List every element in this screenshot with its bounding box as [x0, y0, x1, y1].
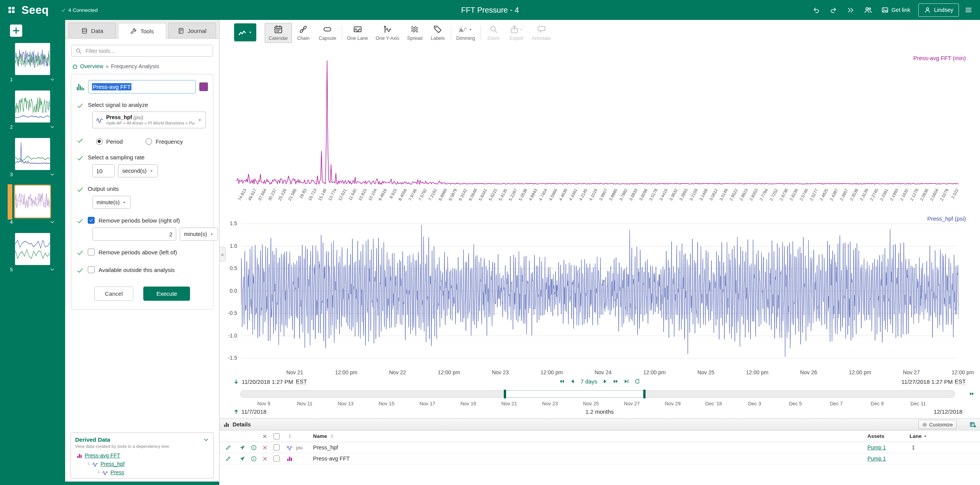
- collapse-derived-icon[interactable]: [203, 437, 209, 443]
- worksheet-menu-chevron-icon[interactable]: [49, 124, 55, 130]
- tab-journal[interactable]: Journal: [168, 23, 216, 38]
- undo-button[interactable]: [809, 2, 824, 18]
- period-radio[interactable]: Period: [96, 137, 123, 146]
- redo-button[interactable]: [826, 2, 841, 18]
- worksheet-menu-chevron-icon[interactable]: [49, 77, 55, 82]
- worksheet-preview[interactable]: [15, 43, 50, 75]
- toolbar-capsule-button[interactable]: Capsule: [315, 23, 340, 43]
- collapse-tools-handle[interactable]: «: [220, 247, 226, 261]
- pan-forward-button[interactable]: [602, 378, 608, 384]
- worksheet-preview[interactable]: [15, 233, 50, 265]
- user-menu-button[interactable]: Lindsey: [918, 3, 959, 17]
- sort-icon[interactable]: [287, 434, 292, 439]
- derived-tree-item[interactable]: └Press: [75, 468, 209, 477]
- toolbar-one-lane-button[interactable]: One Lane: [343, 23, 372, 43]
- item-info-icon[interactable]: [251, 445, 257, 451]
- derived-item-link[interactable]: Press-avg FFT: [85, 452, 120, 459]
- sampling-rate-input[interactable]: [92, 164, 115, 177]
- select-item-checkbox[interactable]: [274, 444, 280, 451]
- asset-link[interactable]: Pump 1: [867, 456, 886, 462]
- color-swatch-button[interactable]: [199, 82, 208, 91]
- breadcrumb-overview[interactable]: Overview: [80, 63, 103, 69]
- worksheet-preview[interactable]: [15, 90, 50, 123]
- worksheet-item-1[interactable]: 1: [0, 43, 65, 82]
- details-row[interactable]: Press-avg FFTPump 1: [220, 453, 980, 464]
- details-row[interactable]: psiPress_hpfPump 11: [220, 442, 980, 453]
- worksheet-menu-chevron-icon[interactable]: [49, 219, 55, 225]
- available-outside-checkbox-row[interactable]: Available outside this analysis: [88, 266, 208, 273]
- name-column-header[interactable]: Name: [313, 433, 327, 439]
- cancel-button[interactable]: Cancel: [94, 287, 134, 301]
- users-button[interactable]: [860, 2, 876, 18]
- derived-tree-item[interactable]: Press-avg FFT: [75, 451, 209, 460]
- toolbar-chain-button[interactable]: Chain: [292, 23, 315, 43]
- customize-button[interactable]: Customize: [918, 420, 957, 429]
- toolbar-spread-button[interactable]: Spread: [403, 23, 426, 43]
- get-link-button[interactable]: Get link: [878, 3, 914, 17]
- checked-checkbox-icon[interactable]: [88, 217, 95, 224]
- timeline-end-date[interactable]: 12/12/2018: [934, 408, 962, 415]
- tab-tools[interactable]: Tools: [118, 23, 166, 39]
- derived-item-link[interactable]: Press: [110, 469, 124, 475]
- derived-item-link[interactable]: Press_hpf: [100, 461, 125, 467]
- edit-item-icon[interactable]: [225, 456, 231, 462]
- remove-above-checkbox-row[interactable]: Remove periods above (left of): [88, 249, 208, 256]
- auto-update-button[interactable]: [634, 378, 640, 384]
- worksheet-menu-chevron-icon[interactable]: [49, 267, 55, 272]
- pan-to-end-button[interactable]: [624, 378, 629, 384]
- remove-below-value-input[interactable]: [92, 228, 176, 241]
- item-name[interactable]: Press-avg FFT: [313, 456, 867, 462]
- output-unit-dropdown[interactable]: minute(s): [92, 196, 131, 209]
- toolbar-labels-button[interactable]: Labels: [426, 23, 449, 43]
- timeline-duration[interactable]: 1.2 months: [585, 408, 614, 415]
- timeline-expand-icon[interactable]: [969, 391, 975, 397]
- select-item-checkbox[interactable]: [274, 456, 280, 462]
- item-name[interactable]: Press_hpf: [313, 444, 867, 451]
- worksheet-item-3[interactable]: 3: [0, 138, 65, 177]
- connection-status[interactable]: 4 Connected: [61, 7, 98, 13]
- range-end-date[interactable]: 11/27/2018 1:27 PM: [901, 378, 953, 385]
- assets-column-header[interactable]: Assets: [867, 433, 910, 439]
- panel-resize-strip[interactable]: [65, 482, 219, 485]
- add-column-icon[interactable]: [970, 421, 976, 428]
- lane-column-header[interactable]: Lane: [910, 433, 922, 439]
- toolbar-calendar-button[interactable]: Calendar: [265, 23, 292, 43]
- forward-history-button[interactable]: [843, 2, 859, 18]
- sort-icon[interactable]: [329, 434, 334, 439]
- item-info-icon[interactable]: [251, 456, 257, 462]
- remove-below-unit-dropdown[interactable]: minute(s): [180, 228, 218, 241]
- view-selector-button[interactable]: [234, 23, 256, 41]
- item-lane[interactable]: 1: [910, 444, 934, 451]
- selection-start-handle[interactable]: [504, 390, 506, 398]
- edit-item-icon[interactable]: [225, 445, 231, 451]
- select-all-checkbox[interactable]: [274, 433, 280, 439]
- new-worksheet-button[interactable]: [10, 25, 22, 37]
- toolbar-dimming-button[interactable]: Dimming: [452, 23, 479, 43]
- pan-back-button[interactable]: [570, 378, 575, 384]
- range-start-date[interactable]: 11/20/2018 1:27 PM: [242, 378, 293, 385]
- toolbar-one-y-axis-button[interactable]: One Y-Axis: [372, 23, 403, 43]
- timeline-start-date[interactable]: 11/7/2018: [241, 408, 267, 415]
- selection-end-handle[interactable]: [643, 390, 646, 398]
- app-grid-button[interactable]: [4, 2, 19, 18]
- hamburger-menu-button[interactable]: [961, 2, 976, 18]
- timezone-label[interactable]: EST: [296, 378, 307, 385]
- remove-all-icon[interactable]: [262, 434, 267, 439]
- remove-below-checkbox-row[interactable]: Remove periods below (right of): [88, 217, 208, 224]
- duration-button[interactable]: 7 days: [580, 378, 597, 385]
- home-icon[interactable]: [72, 64, 78, 69]
- tab-data[interactable]: Data: [68, 23, 116, 38]
- timeline-selection[interactable]: [505, 390, 644, 398]
- signal-select-dropdown[interactable]: Press_hpf (psi) mple-AF » All Areas » PI…: [92, 111, 206, 128]
- worksheet-preview[interactable]: [15, 185, 50, 218]
- sampling-unit-dropdown[interactable]: second(s): [118, 164, 158, 177]
- timeline-track[interactable]: [240, 390, 955, 398]
- asset-link[interactable]: Pump 1: [867, 444, 886, 451]
- worksheet-item-2[interactable]: 2: [0, 90, 65, 130]
- pan-back-full-button[interactable]: [559, 378, 565, 384]
- worksheet-preview[interactable]: [15, 138, 50, 170]
- frequency-radio[interactable]: Frequency: [146, 137, 183, 146]
- execute-button[interactable]: Execute: [143, 287, 190, 301]
- worksheet-item-5[interactable]: 5: [0, 233, 65, 272]
- derived-tree-item[interactable]: └Press_hpf: [75, 460, 209, 468]
